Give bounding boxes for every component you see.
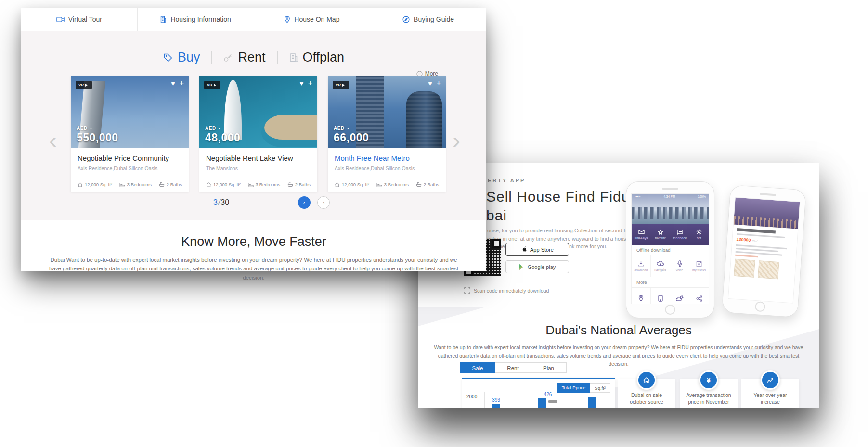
compass-icon (402, 16, 410, 23)
bar-total-price (538, 398, 546, 408)
chart-legend: Total Pprice Sq.ft² (557, 383, 610, 393)
video-camera-icon (56, 16, 65, 23)
app-grid-device (651, 288, 670, 304)
key-icon (223, 53, 233, 63)
vr-badge: VR (333, 81, 349, 89)
carousel-prev-arrow[interactable]: ‹ (49, 129, 57, 152)
listing-amenities: 12,000 Sq. ft² 3 Bedrooms 2 Baths (199, 177, 317, 192)
bedrooms-item: 3 Bedrooms (248, 182, 280, 187)
chat-icon (677, 230, 683, 235)
nav-virtual-tour[interactable]: Virtual Tour (21, 8, 138, 31)
know-more-title: Know More, Move Faster (21, 220, 486, 249)
legend-sqft[interactable]: Sq.ft² (590, 383, 610, 393)
phone-screen-listing: 120000 ▪▪/㎡ (728, 197, 800, 304)
app-grid-voice: voice (670, 255, 689, 277)
pagination-line (236, 203, 291, 203)
listing-card[interactable]: VR ♥+ AED 550,000 Negotiable Price Commu… (71, 76, 189, 192)
tab-divider (211, 51, 212, 64)
google-play-button[interactable]: Google play (505, 260, 569, 273)
app-nav-favorite: favorite (651, 224, 670, 245)
tab-sale[interactable]: Sale (460, 362, 495, 373)
averages-chart-panel: Total Pprice Sq.ft² 2000 393 426 (462, 378, 615, 408)
y-axis-line (484, 392, 485, 408)
listing-photo: VR ♥+ AED 550,000 (71, 76, 189, 148)
phone-speaker (760, 193, 776, 196)
screenshot-card-listings: Virtual Tour Housing Information House O… (21, 8, 486, 271)
home-button (755, 301, 765, 312)
bedrooms-item: 3 Bedrooms (119, 182, 152, 187)
pagination-prev-button[interactable]: ‹ (298, 196, 311, 209)
baths-item: 2 Baths (416, 182, 439, 187)
app-grid-download: download (632, 255, 651, 277)
carousel-next-arrow[interactable]: › (453, 129, 460, 152)
know-more-section: Know More, Move Faster Dubai Want to be … (21, 220, 486, 271)
nav-housing-information[interactable]: Housing Information (138, 8, 254, 31)
bath-icon (159, 182, 165, 187)
listing-photo: VR ♥+ AED 66,000 (328, 76, 446, 148)
notes-icon (696, 261, 702, 267)
cloud-sun-icon (676, 295, 684, 301)
stat-card-on-sale: Dubai on sale october source (618, 379, 675, 408)
caret-down-icon (218, 128, 221, 131)
listing-cards: VR ♥+ AED 550,000 Negotiable Price Commu… (71, 76, 446, 192)
listing-photo (734, 198, 800, 229)
listing-subtitle: Axis Residence,Dubai Silicon Oasis (78, 166, 182, 177)
phone-screen: ●●●●○ 4:34 PM 100% message favorite (631, 193, 709, 304)
know-more-description: Dubai Want to be up-to-date with expert … (47, 255, 461, 282)
listing-card[interactable]: VR ♥+ AED 66,000 Month Free Near Metro A… (328, 76, 446, 192)
caret-down-icon (347, 128, 350, 131)
tab-buy[interactable]: Buy (163, 50, 200, 65)
tab-rent[interactable]: Rent (223, 50, 265, 65)
listing-card[interactable]: VR ♥+ AED 48,000 Negotiable Rent Lake Vi… (199, 76, 317, 192)
listing-amenities: 12,000 Sq. ft² 3 Bedrooms 2 Baths (328, 177, 446, 192)
nav-buying-guide[interactable]: Buying Guide (370, 8, 486, 31)
listing-title: Month Free Near Metro (335, 154, 439, 162)
listing-subtitle: Axis Residence,Dubai Silicon Oasis (335, 166, 439, 177)
stat-card-avg-price: ¥ Average transaction price in November (680, 379, 738, 408)
app-grid-location (632, 288, 651, 304)
app-headline-line1: Sell House Find Fidu (486, 187, 630, 206)
app-section-label: ERTY APP (488, 178, 525, 183)
app-grid-row2 (632, 288, 709, 304)
google-play-icon (519, 264, 524, 270)
add-compare-icon[interactable]: + (437, 79, 441, 87)
map-pin-icon (284, 16, 290, 23)
tab-offplan[interactable]: Offplan (289, 50, 345, 65)
floorplan-thumb (734, 259, 755, 278)
bedrooms-item: 3 Bedrooms (376, 182, 409, 187)
listing-price: AED 550,000 (77, 126, 118, 144)
favorite-heart-icon[interactable]: ♥ (299, 79, 303, 87)
scan-code-label: Scan code immediately download (474, 288, 549, 294)
area-icon (206, 182, 211, 187)
add-compare-icon[interactable]: + (308, 79, 312, 87)
legend-total-price[interactable]: Total Pprice (557, 383, 590, 393)
bar-value-label: 393 (492, 397, 500, 403)
bar-sqft (548, 400, 557, 403)
app-store-button[interactable]: App Store (505, 243, 569, 256)
listing-price: AED 48,000 (205, 126, 240, 144)
nav-house-on-map[interactable]: House On Map (254, 8, 371, 31)
tab-rent[interactable]: Rent (495, 362, 531, 373)
area-item: 12,000 Sq. ft² (335, 182, 369, 187)
app-section-offline-download: Offline download (632, 245, 709, 255)
area-item: 12,000 Sq. ft² (78, 182, 112, 187)
listing-photo: VR ♥+ AED 48,000 (199, 76, 317, 148)
google-play-label: Google play (528, 264, 556, 270)
page-indicator: 3/30 (213, 198, 229, 207)
app-grid-my-tracks: my tracks (689, 255, 709, 277)
clock: 4:34 PM (663, 195, 675, 198)
favorite-heart-icon[interactable]: ♥ (428, 79, 432, 87)
message-icon (638, 230, 645, 234)
phone-mockup-left: ●●●●○ 4:34 PM 100% message favorite (626, 181, 714, 318)
tab-plan[interactable]: Plan (531, 362, 567, 373)
bar-group-1: 393 (492, 397, 500, 408)
pagination-next-button[interactable]: › (317, 196, 330, 209)
add-compare-icon[interactable]: + (180, 79, 184, 87)
tablet-icon (658, 295, 663, 302)
app-nav-feedback: feedback (670, 224, 689, 245)
favorite-heart-icon[interactable]: ♥ (171, 79, 175, 87)
bed-icon (376, 182, 382, 187)
scan-code-row: Scan code immediately download (464, 287, 549, 294)
offplan-building-icon (289, 53, 298, 62)
app-grid-share (689, 288, 709, 304)
